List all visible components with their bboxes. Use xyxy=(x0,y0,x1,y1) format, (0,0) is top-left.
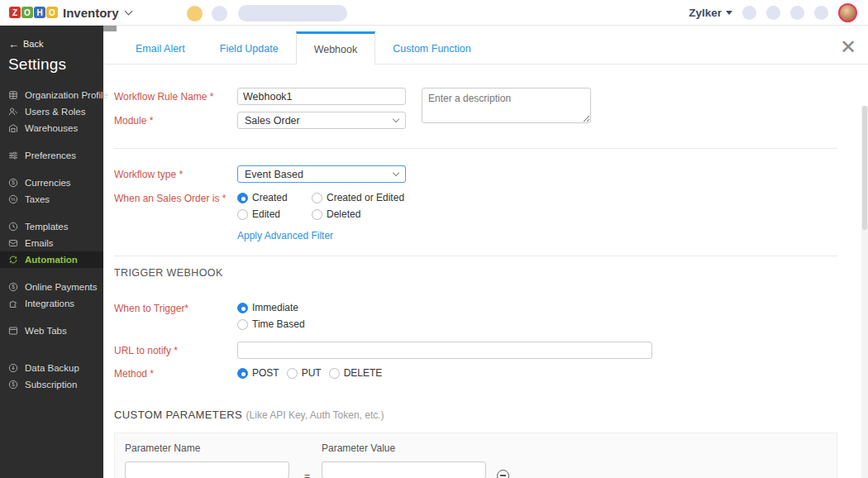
apply-advanced-filter-link[interactable]: Apply Advanced Filter xyxy=(237,230,333,241)
close-icon[interactable]: ✕ xyxy=(840,35,856,60)
radio-created-or-edited[interactable]: Created or Edited xyxy=(312,192,404,203)
building-icon xyxy=(8,90,18,100)
radio-label: Time Based xyxy=(252,318,305,330)
radio-label: DELETE xyxy=(344,367,383,379)
sidebar-item-emails[interactable]: Emails xyxy=(0,235,103,251)
radio-post[interactable]: POST xyxy=(237,367,279,379)
user-avatar[interactable] xyxy=(838,3,857,22)
module-label: Module * xyxy=(114,112,237,127)
radio-deleted[interactable]: Deleted xyxy=(312,208,404,220)
logo-letter-o2: O xyxy=(46,7,58,18)
sidebar-item-currencies[interactable]: $ Currencies xyxy=(0,174,103,191)
topbar-placeholder-pill[interactable] xyxy=(238,5,347,22)
custom-parameters-heading: CUSTOM PARAMETERS xyxy=(114,409,242,421)
logo-letter-o1: O xyxy=(21,7,33,18)
radio-label: Created or Edited xyxy=(327,192,404,203)
radio-icon xyxy=(312,209,322,220)
sidebar-item-label: Web Tabs xyxy=(25,326,67,336)
custom-parameters-panel: Parameter Name = Parameter Value +Add Cu… xyxy=(114,433,837,478)
topbar-icon-placeholder-2[interactable] xyxy=(766,6,780,20)
sidebar-item-preferences[interactable]: Preferences xyxy=(0,147,103,164)
scrollbar[interactable] xyxy=(861,106,868,478)
sidebar-item-label: Data Backup xyxy=(25,363,79,373)
workflow-type-select[interactable]: Event Based xyxy=(237,165,406,183)
chevron-down-icon xyxy=(393,116,399,122)
tab-webhook[interactable]: Webhook xyxy=(296,31,376,65)
topbar-icon-placeholder-4[interactable] xyxy=(814,6,828,20)
radio-put[interactable]: PUT xyxy=(287,367,322,379)
sidebar-item-subscription[interactable]: $ Subscription xyxy=(0,376,103,393)
zoho-inventory-logo[interactable]: Z O H O Inventory xyxy=(9,6,131,20)
description-textarea[interactable] xyxy=(422,88,591,123)
workflow-tab-bar: Email Alert Field Update Webhook Custom … xyxy=(103,31,868,65)
topbar-placeholder-circle-yellow[interactable] xyxy=(187,6,203,22)
tab-custom-function[interactable]: Custom Function xyxy=(375,31,488,64)
workflow-rule-name-input[interactable] xyxy=(237,88,406,105)
sidebar-item-label: Currencies xyxy=(25,178,71,188)
scrollbar-thumb[interactable] xyxy=(862,106,867,230)
webhook-form: Workflow Rule Name * Module * Sales Orde… xyxy=(103,65,861,478)
row-when-sales-order: When an Sales Order is * Created Created… xyxy=(114,189,861,220)
url-to-notify-input[interactable] xyxy=(237,342,652,359)
sidebar-item-templates[interactable]: Templates xyxy=(0,218,103,235)
sidebar-item-web-tabs[interactable]: Web Tabs xyxy=(0,323,103,339)
users-icon xyxy=(8,107,18,117)
sidebar-item-warehouses[interactable]: Warehouses xyxy=(0,120,103,136)
module-select-value: Sales Order xyxy=(245,115,300,127)
radio-icon xyxy=(329,368,340,379)
sidebar-item-online-payments[interactable]: $ Online Payments xyxy=(0,279,103,295)
row-workflow-rule-name: Workflow Rule Name * xyxy=(114,88,861,105)
divider xyxy=(114,256,837,256)
sidebar-item-data-backup[interactable]: Data Backup xyxy=(0,360,103,376)
radio-icon xyxy=(237,319,248,330)
row-when-to-trigger: When to Trigger* Immediate Time Based xyxy=(114,299,861,330)
svg-text:$: $ xyxy=(12,381,15,387)
org-dropdown[interactable]: Zylker xyxy=(689,7,732,19)
percent-circle-icon: % xyxy=(8,194,18,204)
custom-parameters-heading-row: CUSTOM PARAMETERS (Like API Key, Auth To… xyxy=(114,407,861,422)
tab-field-update[interactable]: Field Update xyxy=(203,31,296,64)
row-workflow-type: Workflow type * Event Based xyxy=(114,165,861,183)
sidebar-item-integrations[interactable]: Integrations xyxy=(0,295,103,312)
parameter-name-input[interactable] xyxy=(125,461,289,478)
sidebar-top-nub xyxy=(103,26,117,31)
radio-icon xyxy=(237,368,248,379)
when-sales-order-label: When an Sales Order is * xyxy=(114,189,237,204)
radio-delete[interactable]: DELETE xyxy=(329,367,383,379)
back-arrow-icon: ← xyxy=(8,40,19,49)
sidebar-item-organization-profile[interactable]: Organization Profile xyxy=(0,87,103,103)
sidebar-item-label: Organization Profile xyxy=(25,90,108,100)
radio-created[interactable]: Created xyxy=(237,192,312,203)
radio-immediate[interactable]: Immediate xyxy=(237,302,305,313)
topbar-icon-placeholder-3[interactable] xyxy=(790,6,804,20)
row-advanced-filter: Apply Advanced Filter xyxy=(114,230,861,241)
radio-label: POST xyxy=(252,367,279,379)
radio-icon xyxy=(312,193,322,203)
sidebar-item-taxes[interactable]: % Taxes xyxy=(0,191,103,208)
back-button[interactable]: ← Back xyxy=(8,39,103,49)
method-label: Method * xyxy=(114,365,237,380)
parameter-value-input[interactable] xyxy=(322,461,486,478)
org-name-label: Zylker xyxy=(689,7,722,19)
main-content: Email Alert Field Update Webhook Custom … xyxy=(103,31,868,478)
sidebar-item-automation[interactable]: Automation xyxy=(0,251,103,268)
row-method: Method * POST PUT DELETE xyxy=(114,365,861,380)
trigger-webhook-heading: TRIGGER WEBHOOK xyxy=(114,267,861,279)
radio-time-based[interactable]: Time Based xyxy=(237,318,305,330)
tab-email-alert[interactable]: Email Alert xyxy=(118,31,203,64)
sidebar-item-users-roles[interactable]: Users & Roles xyxy=(0,103,103,120)
sidebar-item-label: Taxes xyxy=(25,194,50,204)
topbar-icon-placeholder-1[interactable] xyxy=(742,6,756,20)
settings-sidebar: ← Back Settings Organization Profile Use… xyxy=(0,26,103,478)
dollar-circle-icon: $ xyxy=(8,282,18,292)
module-select[interactable]: Sales Order xyxy=(237,112,406,129)
radio-edited[interactable]: Edited xyxy=(237,208,312,220)
sidebar-title: Settings xyxy=(8,55,103,74)
radio-label: Deleted xyxy=(327,208,360,220)
logo-letter-h: H xyxy=(34,7,45,18)
remove-parameter-icon[interactable] xyxy=(497,470,509,478)
svg-text:$: $ xyxy=(12,284,15,289)
radio-icon xyxy=(287,368,298,379)
topbar-placeholder-circle[interactable] xyxy=(212,6,227,22)
custom-parameters-subtitle: (Like API Key, Auth Token, etc.) xyxy=(246,409,384,421)
